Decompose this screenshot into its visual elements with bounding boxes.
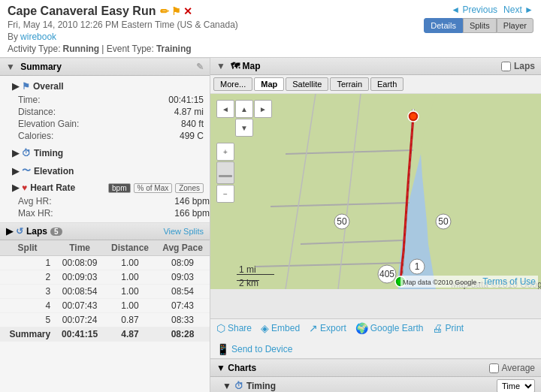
map-btn-earth[interactable]: Earth xyxy=(370,77,403,91)
laps-icon: ↺ xyxy=(16,226,23,237)
nav-links: Previous Next xyxy=(451,5,533,15)
table-row: 100:08:091.0008:09 xyxy=(0,256,210,270)
pan-down-btn[interactable]: ▼ xyxy=(235,119,253,137)
summary-arrow: ▼ xyxy=(6,62,15,72)
elevation-icon: 〜 xyxy=(22,164,31,177)
svg-marker-2 xyxy=(421,94,541,289)
activity-info: Cape Canaveral Easy Run ✏ ⚑ ✕ Fri, May 1… xyxy=(8,5,238,54)
close-icon[interactable]: ✕ xyxy=(183,5,192,17)
pan-left-btn[interactable]: ◄ xyxy=(216,100,234,118)
summary-title: Summary xyxy=(20,62,62,72)
calories-row: Calories: 499 C xyxy=(12,130,204,142)
export-btn[interactable]: ↗ Export xyxy=(309,322,346,334)
charts-header: ▼ Charts Average xyxy=(210,359,541,377)
table-row: 500:07:240.8708:33 xyxy=(0,313,210,327)
laps-count: 5 xyxy=(50,228,62,236)
badge-pct[interactable]: % of Max xyxy=(134,183,173,193)
action-bar: ⬡ Share ◈ Embed ↗ Export 🌍 Google Earth … xyxy=(210,318,541,359)
left-panel: ▼ Summary ✎ ▶ ⚑ Overall Time: 00:41:15 D… xyxy=(0,58,210,392)
map-btn-more[interactable]: More... xyxy=(213,77,252,91)
author-link[interactable]: wirebook xyxy=(20,32,56,42)
col-distance: Distance xyxy=(104,240,156,256)
right-panel: ▼ 🗺 Map Laps More... Map Satellite Terra… xyxy=(210,58,541,392)
laps-checkbox[interactable] xyxy=(501,62,511,71)
map-btn-satellite[interactable]: Satellite xyxy=(286,77,328,91)
map-nav-controls: ◄ ▲ ▼ ► + − xyxy=(216,100,272,203)
terms-link[interactable]: Terms of Use xyxy=(482,276,536,287)
laps-section: ▶ ↺ Laps 5 View Splits Split Time Distan… xyxy=(0,222,210,342)
print-icon: 🖨 xyxy=(432,322,443,334)
print-btn[interactable]: 🖨 Print xyxy=(432,322,464,334)
badge-bpm[interactable]: bpm xyxy=(108,183,130,193)
timing-select[interactable]: Time xyxy=(497,379,535,392)
overall-section: ▶ ⚑ Overall Time: 00:41:15 Distance: 4.8… xyxy=(0,76,210,145)
map-btn-map[interactable]: Map xyxy=(254,77,284,91)
col-time: Time xyxy=(55,240,104,256)
share-btn[interactable]: ⬡ Share xyxy=(216,322,252,334)
laps-label: Laps xyxy=(514,61,535,71)
top-bar-right: Previous Next Details Splits Player xyxy=(424,5,533,33)
embed-btn[interactable]: ◈ Embed xyxy=(261,322,300,334)
zoom-in-btn[interactable]: + xyxy=(216,143,234,161)
heart-rate-section: ▶ ♥ Heart Rate bpm % of Max Zones Avg HR… xyxy=(0,180,210,219)
export-icon: ↗ xyxy=(309,322,318,334)
embed-icon: ◈ xyxy=(261,322,269,334)
elevation-row: Elevation Gain: 840 ft xyxy=(12,118,204,130)
col-avgpace: Avg Pace xyxy=(156,240,210,256)
heart-icon: ♥ xyxy=(22,182,27,193)
activity-type-row: Activity Type: Running | Event Type: Tra… xyxy=(8,44,238,54)
edit-icon[interactable]: ✏ xyxy=(160,5,169,17)
summary-row: Summary00:41:154.8708:28 xyxy=(0,327,210,342)
timing-section[interactable]: ▶ ⏱ Timing xyxy=(0,145,210,161)
badge-zones[interactable]: Zones xyxy=(175,183,204,193)
previous-link[interactable]: Previous xyxy=(451,5,497,15)
flag-icon[interactable]: ⚑ xyxy=(171,5,181,17)
activity-author: By wirebook xyxy=(8,32,238,42)
title-icons: ✏ ⚑ ✕ xyxy=(160,5,192,17)
hr-arrow: ▶ xyxy=(12,182,19,193)
zoom-out-btn[interactable]: − xyxy=(216,185,234,203)
table-row: 300:08:541.0008:54 xyxy=(0,285,210,299)
laps-header-row: Split Time Distance Avg Pace xyxy=(0,240,210,256)
svg-text:2 km: 2 km xyxy=(239,278,258,288)
charts-arrow: ▼ xyxy=(216,363,225,373)
send-to-device-icon: 📱 xyxy=(216,343,229,355)
pan-up-btn[interactable]: ▲ xyxy=(235,100,253,118)
activity-title-row: Cape Canaveral Easy Run ✏ ⚑ ✕ xyxy=(8,5,238,18)
view-splits-link[interactable]: View Splits xyxy=(163,227,204,236)
share-icon: ⬡ xyxy=(216,322,225,334)
next-link[interactable]: Next xyxy=(503,5,533,15)
distance-row: Distance: 4.87 mi xyxy=(12,106,204,118)
laps-table: Split Time Distance Avg Pace 100:08:091.… xyxy=(0,240,210,342)
tab-details[interactable]: Details xyxy=(424,18,463,33)
map-header: ▼ 🗺 Map Laps xyxy=(210,58,541,75)
avg-hr-row: Avg HR: 146 bpm xyxy=(0,195,210,207)
charts-section: ▼ Charts Average ▼ ⏱ Timing Time xyxy=(210,359,541,392)
svg-text:50: 50 xyxy=(337,216,347,227)
svg-text:50: 50 xyxy=(438,216,449,227)
overall-flag-icon: ⚑ xyxy=(22,81,30,92)
elevation-arrow: ▶ xyxy=(12,166,19,176)
timing-arrow: ▶ xyxy=(12,148,19,158)
laps-header: ▶ ↺ Laps 5 View Splits xyxy=(0,222,210,240)
google-earth-btn[interactable]: 🌍 Google Earth xyxy=(355,322,424,334)
map-btn-terrain[interactable]: Terrain xyxy=(330,77,369,91)
tab-player[interactable]: Player xyxy=(497,18,533,33)
max-hr-row: Max HR: 166 bpm xyxy=(0,207,210,219)
send-to-device-btn[interactable]: 📱 Send to Device xyxy=(216,343,292,355)
map-section: ▼ 🗺 Map Laps More... Map Satellite Terra… xyxy=(210,58,541,318)
summary-header[interactable]: ▼ Summary ✎ xyxy=(0,58,210,76)
google-earth-icon: 🌍 xyxy=(355,322,368,334)
summary-edit-icon[interactable]: ✎ xyxy=(196,62,204,72)
col-split: Split xyxy=(0,240,55,256)
svg-text:1: 1 xyxy=(415,261,420,272)
pan-right-btn[interactable]: ► xyxy=(254,100,272,118)
timing-subsection: ▼ ⏱ Timing Time xyxy=(210,377,541,392)
average-checkbox[interactable] xyxy=(489,363,499,373)
overall-arrow: ▶ xyxy=(12,81,19,92)
map-container[interactable]: 50 50 405 1 xyxy=(210,94,541,289)
tab-splits[interactable]: Splits xyxy=(463,18,497,33)
elevation-section[interactable]: ▶ 〜 Elevation xyxy=(0,161,210,180)
laps-arrow: ▶ xyxy=(6,226,13,237)
svg-text:1 mi: 1 mi xyxy=(239,264,256,275)
